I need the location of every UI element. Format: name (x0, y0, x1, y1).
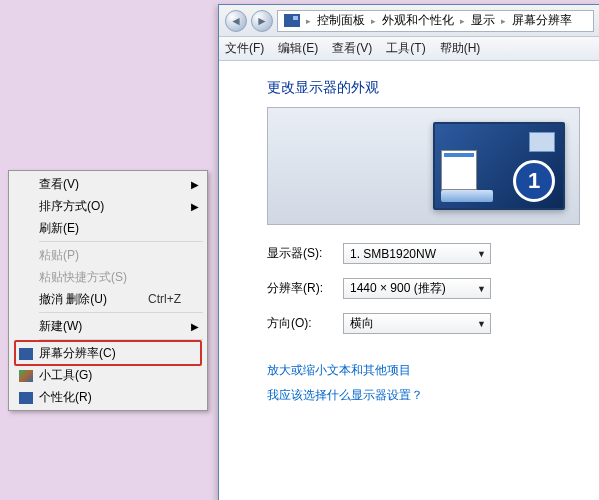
menu-separator (39, 241, 203, 242)
menu-refresh-label: 刷新(E) (37, 220, 201, 237)
breadcrumb-appearance[interactable]: 外观和个性化 (382, 12, 454, 29)
orientation-value: 横向 (350, 315, 374, 332)
menu-edit[interactable]: 编辑(E) (278, 40, 318, 57)
menu-view-label: 查看(V) (37, 176, 201, 193)
resolution-row: 分辨率(R): 1440 × 900 (推荐) ▼ (267, 278, 580, 299)
content-area: 更改显示器的外观 1 显示器(S): 1. SMB1920NW ▼ 分辨率(R)… (219, 61, 599, 422)
chevron-right-icon: ▸ (371, 16, 376, 26)
submenu-arrow-icon: ▶ (191, 321, 199, 332)
monitor-thumbnail[interactable]: 1 (433, 122, 565, 210)
desktop-context-menu: 查看(V) ▶ 排序方式(O) ▶ 刷新(E) 粘贴(P) 粘贴快捷方式(S) … (8, 170, 208, 411)
dropdown-arrow-icon: ▼ (477, 319, 486, 329)
menu-undo-shortcut: Ctrl+Z (148, 292, 201, 306)
menu-personalize-label: 个性化(R) (37, 389, 201, 406)
display-preview[interactable]: 1 (267, 107, 580, 225)
display-icon (284, 14, 300, 27)
link-which-display[interactable]: 我应该选择什么显示器设置？ (267, 387, 580, 404)
back-icon: ◄ (230, 14, 242, 28)
orientation-label: 方向(O): (267, 315, 343, 332)
monitor-overlay-icon (529, 132, 555, 152)
monitor-number: 1 (513, 160, 555, 202)
gadget-icon (15, 368, 37, 382)
orientation-row: 方向(O): 横向 ▼ (267, 313, 580, 334)
links-section: 放大或缩小文本和其他项目 我应该选择什么显示器设置？ (267, 362, 580, 404)
chevron-right-icon: ▸ (460, 16, 465, 26)
menu-view[interactable]: 查看(V) ▶ (11, 173, 205, 195)
breadcrumb-resolution[interactable]: 屏幕分辨率 (512, 12, 572, 29)
chevron-right-icon: ▸ (306, 16, 311, 26)
menu-paste-shortcut: 粘贴快捷方式(S) (11, 266, 205, 288)
menu-gadgets-label: 小工具(G) (37, 367, 201, 384)
monitor-taskbar-icon (441, 190, 493, 202)
menu-personalize[interactable]: 个性化(R) (11, 386, 205, 408)
chevron-right-icon: ▸ (501, 16, 506, 26)
personalize-icon (15, 390, 37, 404)
submenu-arrow-icon: ▶ (191, 201, 199, 212)
menubar: 文件(F) 编辑(E) 查看(V) 工具(T) 帮助(H) (219, 37, 599, 61)
breadcrumb-control-panel[interactable]: 控制面板 (317, 12, 365, 29)
menu-separator (39, 312, 203, 313)
menu-sort-label: 排序方式(O) (37, 198, 201, 215)
orientation-combo[interactable]: 横向 ▼ (343, 313, 491, 334)
menu-view[interactable]: 查看(V) (332, 40, 372, 57)
menu-screen-resolution-label: 屏幕分辨率(C) (37, 345, 201, 362)
menu-new[interactable]: 新建(W) ▶ (11, 315, 205, 337)
dropdown-arrow-icon: ▼ (477, 249, 486, 259)
menu-paste-label: 粘贴(P) (37, 247, 201, 264)
display-value: 1. SMB1920NW (350, 247, 436, 261)
dropdown-arrow-icon: ▼ (477, 284, 486, 294)
forward-icon: ► (256, 14, 268, 28)
submenu-arrow-icon: ▶ (191, 179, 199, 190)
menu-undo-delete[interactable]: 撤消 删除(U) Ctrl+Z (11, 288, 205, 310)
menu-sort-by[interactable]: 排序方式(O) ▶ (11, 195, 205, 217)
nav-back-button[interactable]: ◄ (225, 10, 247, 32)
control-panel-window: ◄ ► ▸ 控制面板 ▸ 外观和个性化 ▸ 显示 ▸ 屏幕分辨率 文件(F) 编… (218, 4, 599, 500)
menu-separator (39, 339, 203, 340)
resolution-value: 1440 × 900 (推荐) (350, 280, 446, 297)
monitor-window-icon (441, 150, 477, 190)
display-label: 显示器(S): (267, 245, 343, 262)
menu-help[interactable]: 帮助(H) (440, 40, 481, 57)
display-row: 显示器(S): 1. SMB1920NW ▼ (267, 243, 580, 264)
address-bar[interactable]: ▸ 控制面板 ▸ 外观和个性化 ▸ 显示 ▸ 屏幕分辨率 (277, 10, 594, 32)
menu-paste: 粘贴(P) (11, 244, 205, 266)
link-text-size[interactable]: 放大或缩小文本和其他项目 (267, 362, 580, 379)
nav-forward-button[interactable]: ► (251, 10, 273, 32)
breadcrumb-display[interactable]: 显示 (471, 12, 495, 29)
menu-screen-resolution[interactable]: 屏幕分辨率(C) (11, 342, 205, 364)
menu-paste-shortcut-label: 粘贴快捷方式(S) (37, 269, 201, 286)
display-combo[interactable]: 1. SMB1920NW ▼ (343, 243, 491, 264)
menu-file[interactable]: 文件(F) (225, 40, 264, 57)
display-icon (15, 346, 37, 360)
menu-new-label: 新建(W) (37, 318, 201, 335)
menu-undo-label: 撤消 删除(U) (37, 291, 148, 308)
page-title: 更改显示器的外观 (267, 79, 580, 97)
menu-refresh[interactable]: 刷新(E) (11, 217, 205, 239)
menu-tools[interactable]: 工具(T) (386, 40, 425, 57)
resolution-combo[interactable]: 1440 × 900 (推荐) ▼ (343, 278, 491, 299)
menu-gadgets[interactable]: 小工具(G) (11, 364, 205, 386)
window-titlebar: ◄ ► ▸ 控制面板 ▸ 外观和个性化 ▸ 显示 ▸ 屏幕分辨率 (219, 5, 599, 37)
resolution-label: 分辨率(R): (267, 280, 343, 297)
